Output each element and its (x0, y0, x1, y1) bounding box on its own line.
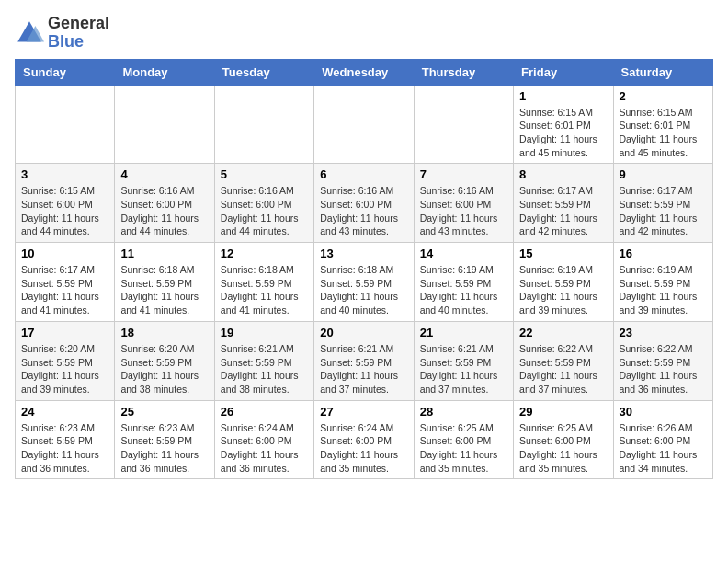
day-number: 28 (420, 405, 507, 419)
weekday-header-sunday: Sunday (16, 59, 115, 85)
day-number: 25 (120, 405, 208, 419)
weekday-header-tuesday: Tuesday (214, 59, 313, 85)
weekday-header-monday: Monday (115, 59, 214, 85)
day-info: Sunrise: 6:22 AM Sunset: 5:59 PM Dayligh… (519, 342, 607, 396)
day-number: 10 (21, 247, 108, 260)
logo-icon (15, 18, 44, 48)
day-number: 19 (221, 326, 308, 339)
day-info: Sunrise: 6:18 AM Sunset: 5:59 PM Dayligh… (221, 263, 308, 317)
day-number: 13 (320, 247, 407, 260)
calendar-cell: 7Sunrise: 6:16 AM Sunset: 6:00 PM Daylig… (414, 164, 513, 243)
day-number: 16 (620, 247, 707, 260)
day-number: 30 (620, 405, 707, 419)
day-info: Sunrise: 6:18 AM Sunset: 5:59 PM Dayligh… (320, 263, 407, 317)
calendar-cell: 5Sunrise: 6:16 AM Sunset: 6:00 PM Daylig… (214, 164, 313, 243)
day-info: Sunrise: 6:16 AM Sunset: 6:00 PM Dayligh… (221, 184, 308, 238)
weekday-header-saturday: Saturday (613, 59, 712, 85)
calendar-cell: 14Sunrise: 6:19 AM Sunset: 5:59 PM Dayli… (414, 243, 513, 322)
day-info: Sunrise: 6:17 AM Sunset: 5:59 PM Dayligh… (620, 184, 707, 238)
calendar-cell: 28Sunrise: 6:25 AM Sunset: 6:00 PM Dayli… (414, 400, 513, 479)
day-info: Sunrise: 6:25 AM Sunset: 6:00 PM Dayligh… (420, 421, 507, 476)
day-info: Sunrise: 6:19 AM Sunset: 5:59 PM Dayligh… (420, 263, 507, 317)
calendar-cell: 23Sunrise: 6:22 AM Sunset: 5:59 PM Dayli… (613, 321, 712, 400)
day-info: Sunrise: 6:16 AM Sunset: 6:00 PM Dayligh… (320, 184, 407, 238)
day-info: Sunrise: 6:16 AM Sunset: 6:00 PM Dayligh… (420, 184, 507, 238)
day-info: Sunrise: 6:18 AM Sunset: 5:59 PM Dayligh… (120, 263, 208, 317)
calendar-cell: 9Sunrise: 6:17 AM Sunset: 5:59 PM Daylig… (613, 164, 712, 243)
calendar-cell: 22Sunrise: 6:22 AM Sunset: 5:59 PM Dayli… (514, 321, 613, 400)
calendar-week-row: 10Sunrise: 6:17 AM Sunset: 5:59 PM Dayli… (16, 243, 713, 322)
day-info: Sunrise: 6:16 AM Sunset: 6:00 PM Dayligh… (120, 184, 208, 238)
calendar-cell: 3Sunrise: 6:15 AM Sunset: 6:00 PM Daylig… (16, 164, 115, 243)
day-number: 22 (519, 326, 607, 339)
calendar-cell: 1Sunrise: 6:15 AM Sunset: 6:01 PM Daylig… (514, 85, 613, 164)
day-number: 7 (420, 167, 507, 181)
calendar-cell: 26Sunrise: 6:24 AM Sunset: 6:00 PM Dayli… (214, 400, 313, 479)
calendar-week-row: 1Sunrise: 6:15 AM Sunset: 6:01 PM Daylig… (16, 85, 713, 164)
day-info: Sunrise: 6:23 AM Sunset: 5:59 PM Dayligh… (120, 421, 208, 476)
calendar-cell (214, 85, 313, 164)
day-number: 15 (519, 247, 607, 260)
day-info: Sunrise: 6:15 AM Sunset: 6:01 PM Dayligh… (620, 106, 707, 160)
day-number: 8 (519, 167, 607, 181)
day-number: 4 (120, 167, 208, 181)
day-number: 21 (420, 326, 507, 339)
calendar-cell (314, 85, 414, 164)
calendar-cell: 17Sunrise: 6:20 AM Sunset: 5:59 PM Dayli… (16, 321, 115, 400)
day-number: 17 (21, 326, 108, 339)
calendar-cell: 8Sunrise: 6:17 AM Sunset: 5:59 PM Daylig… (514, 164, 613, 243)
weekday-header-friday: Friday (514, 59, 613, 85)
calendar-cell: 25Sunrise: 6:23 AM Sunset: 5:59 PM Dayli… (115, 400, 214, 479)
day-number: 18 (120, 326, 208, 339)
day-number: 2 (620, 89, 707, 103)
day-info: Sunrise: 6:24 AM Sunset: 6:00 PM Dayligh… (320, 421, 407, 476)
day-number: 11 (120, 247, 208, 260)
calendar-cell: 16Sunrise: 6:19 AM Sunset: 5:59 PM Dayli… (613, 243, 712, 322)
day-info: Sunrise: 6:24 AM Sunset: 6:00 PM Dayligh… (221, 421, 308, 476)
calendar-cell: 21Sunrise: 6:21 AM Sunset: 5:59 PM Dayli… (414, 321, 513, 400)
day-info: Sunrise: 6:21 AM Sunset: 5:59 PM Dayligh… (221, 342, 308, 396)
day-info: Sunrise: 6:26 AM Sunset: 6:00 PM Dayligh… (620, 421, 707, 476)
calendar-cell: 11Sunrise: 6:18 AM Sunset: 5:59 PM Dayli… (115, 243, 214, 322)
weekday-header-row: SundayMondayTuesdayWednesdayThursdayFrid… (16, 59, 713, 85)
calendar-week-row: 17Sunrise: 6:20 AM Sunset: 5:59 PM Dayli… (16, 321, 713, 400)
calendar-cell: 13Sunrise: 6:18 AM Sunset: 5:59 PM Dayli… (314, 243, 414, 322)
calendar-cell: 20Sunrise: 6:21 AM Sunset: 5:59 PM Dayli… (314, 321, 414, 400)
calendar-cell: 18Sunrise: 6:20 AM Sunset: 5:59 PM Dayli… (115, 321, 214, 400)
day-info: Sunrise: 6:19 AM Sunset: 5:59 PM Dayligh… (620, 263, 707, 317)
calendar-cell: 12Sunrise: 6:18 AM Sunset: 5:59 PM Dayli… (214, 243, 313, 322)
day-number: 20 (320, 326, 407, 339)
day-number: 5 (221, 167, 308, 181)
day-number: 23 (620, 326, 707, 339)
calendar-cell: 4Sunrise: 6:16 AM Sunset: 6:00 PM Daylig… (115, 164, 214, 243)
calendar-cell (115, 85, 214, 164)
day-number: 3 (21, 167, 108, 181)
calendar-cell: 30Sunrise: 6:26 AM Sunset: 6:00 PM Dayli… (613, 400, 712, 479)
day-info: Sunrise: 6:19 AM Sunset: 5:59 PM Dayligh… (519, 263, 607, 317)
calendar-cell (16, 85, 115, 164)
day-info: Sunrise: 6:22 AM Sunset: 5:59 PM Dayligh… (620, 342, 707, 396)
day-info: Sunrise: 6:20 AM Sunset: 5:59 PM Dayligh… (120, 342, 208, 396)
calendar-cell: 15Sunrise: 6:19 AM Sunset: 5:59 PM Dayli… (514, 243, 613, 322)
day-number: 24 (21, 405, 108, 419)
day-number: 26 (221, 405, 308, 419)
calendar-week-row: 3Sunrise: 6:15 AM Sunset: 6:00 PM Daylig… (16, 164, 713, 243)
day-info: Sunrise: 6:15 AM Sunset: 6:00 PM Dayligh… (21, 184, 108, 238)
day-number: 14 (420, 247, 507, 260)
day-info: Sunrise: 6:17 AM Sunset: 5:59 PM Dayligh… (519, 184, 607, 238)
day-number: 9 (620, 167, 707, 181)
logo: General Blue (15, 15, 109, 52)
page-header: General Blue (15, 15, 713, 52)
day-info: Sunrise: 6:25 AM Sunset: 6:00 PM Dayligh… (519, 421, 607, 476)
day-info: Sunrise: 6:23 AM Sunset: 5:59 PM Dayligh… (21, 421, 108, 476)
calendar-cell: 24Sunrise: 6:23 AM Sunset: 5:59 PM Dayli… (16, 400, 115, 479)
day-number: 27 (320, 405, 407, 419)
day-number: 1 (519, 89, 607, 103)
day-info: Sunrise: 6:21 AM Sunset: 5:59 PM Dayligh… (420, 342, 507, 396)
calendar-cell: 6Sunrise: 6:16 AM Sunset: 6:00 PM Daylig… (314, 164, 414, 243)
weekday-header-wednesday: Wednesday (314, 59, 414, 85)
day-number: 29 (519, 405, 607, 419)
calendar-cell: 10Sunrise: 6:17 AM Sunset: 5:59 PM Dayli… (16, 243, 115, 322)
calendar-cell: 2Sunrise: 6:15 AM Sunset: 6:01 PM Daylig… (613, 85, 712, 164)
day-info: Sunrise: 6:17 AM Sunset: 5:59 PM Dayligh… (21, 263, 108, 317)
